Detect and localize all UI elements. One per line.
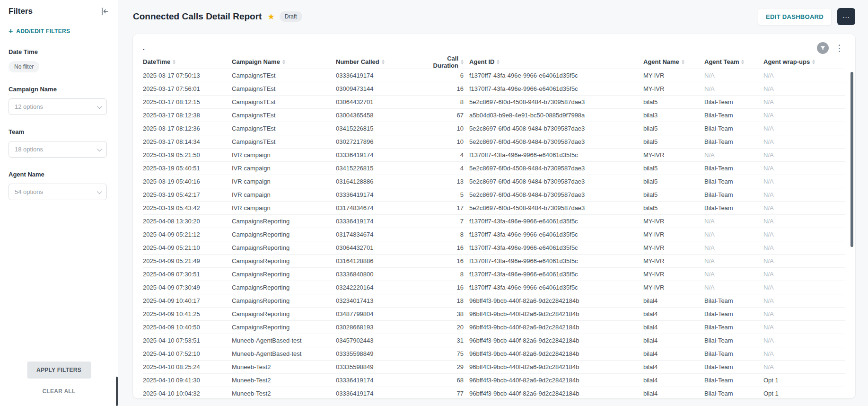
- widget-title: .: [143, 44, 145, 52]
- agent-name-select[interactable]: 54 options: [9, 184, 107, 200]
- table-cell: 03174834674: [336, 204, 423, 212]
- table-cell: 03336419174: [336, 377, 423, 384]
- table-row[interactable]: 2025-03-17 08:14:34CampaignsTEst03027217…: [143, 135, 845, 149]
- table-cell: bilal5: [643, 204, 704, 212]
- table-cell: 96bff4f3-9bcb-440f-82a6-9d2c2842184b: [469, 337, 643, 344]
- clear-all-button[interactable]: CLEAR ALL: [42, 388, 75, 395]
- table-cell: 03234017413: [336, 297, 423, 304]
- filter-label: Agent Name: [9, 171, 109, 178]
- widget-filter-icon[interactable]: [817, 42, 829, 54]
- sort-icon[interactable]: [382, 60, 385, 64]
- more-options-button[interactable]: ...: [837, 8, 855, 25]
- table-cell: Bilal-Team: [704, 363, 763, 371]
- table-row[interactable]: 2025-04-09 10:40:50CampaignsReporting030…: [143, 321, 845, 334]
- table-cell: Bilal-Team: [704, 204, 763, 212]
- table-row[interactable]: 2025-04-10 09:41:30Muneeb-Test2033364191…: [143, 374, 845, 387]
- table-cell: 16: [423, 244, 469, 251]
- table-cell: Muneeb-Test2: [232, 363, 336, 371]
- table-scrollbar[interactable]: [850, 65, 853, 392]
- sort-icon[interactable]: [497, 60, 500, 64]
- table-cell: bilal5: [643, 138, 704, 145]
- table-scrollbar-thumb[interactable]: [850, 72, 853, 247]
- table-row[interactable]: 2025-04-09 07:30:49CampaignsReporting032…: [143, 281, 845, 294]
- table-row[interactable]: 2025-03-19 05:40:16IVR campaign031641288…: [143, 175, 845, 188]
- table-row[interactable]: 2025-04-09 05:21:49CampaignsReporting031…: [143, 255, 845, 268]
- table-row[interactable]: 2025-03-17 08:12:38CampaignsTEst03004365…: [143, 109, 845, 122]
- table-cell: Bilal-Team: [704, 390, 763, 397]
- table-row[interactable]: 2025-03-17 07:50:13CampaignsTEst03336419…: [143, 69, 845, 82]
- table-cell: 96bff4f3-9bcb-440f-82a6-9d2c2842184b: [469, 363, 643, 371]
- table-row[interactable]: 2025-04-09 10:40:17CampaignsReporting032…: [143, 294, 845, 308]
- table-row[interactable]: 2025-04-09 05:21:10CampaignsReporting030…: [143, 241, 845, 255]
- table-row[interactable]: 2025-04-09 07:30:51CampaignsReporting033…: [143, 268, 845, 281]
- column-header-call-duration[interactable]: Call Duration: [423, 55, 469, 69]
- column-header-agent-id[interactable]: Agent ID: [469, 58, 643, 65]
- sort-icon[interactable]: [461, 60, 464, 64]
- table-row[interactable]: 2025-04-10 07:53:51Muneeb-AgentBased-tes…: [143, 334, 845, 347]
- column-header-datetime[interactable]: DateTime: [143, 58, 232, 65]
- collapse-sidebar-icon[interactable]: [101, 8, 109, 15]
- table-row[interactable]: 2025-03-19 05:40:51IVR campaign034152268…: [143, 162, 845, 175]
- table-row[interactable]: 2025-04-10 10:04:32Muneeb-Test2033364191…: [143, 387, 845, 398]
- table-cell: CampaignsReporting: [232, 231, 336, 238]
- add-edit-filters-button[interactable]: + ADD/EDIT FILTERS: [9, 27, 109, 35]
- sort-icon[interactable]: [741, 60, 744, 64]
- widget-kebab-menu-icon[interactable]: ⋮: [833, 44, 845, 53]
- sort-icon[interactable]: [812, 60, 815, 64]
- campaign-name-select[interactable]: 12 options: [9, 98, 107, 115]
- table-cell: N/A: [763, 310, 845, 318]
- table-row[interactable]: 2025-04-09 10:41:25CampaignsReporting034…: [143, 308, 845, 321]
- table-cell: 4: [423, 151, 469, 159]
- table-cell: N/A: [763, 72, 845, 79]
- table-cell: bilal4: [643, 363, 704, 371]
- page-title: Connected Calls Detail Report: [133, 11, 262, 22]
- table-cell: N/A: [763, 297, 845, 304]
- table-cell: 16: [423, 284, 469, 291]
- table-row[interactable]: 2025-03-17 08:12:15CampaignsTEst03064432…: [143, 96, 845, 109]
- table-cell: bilal5: [643, 178, 704, 185]
- table-cell: 96bff4f3-9bcb-440f-82a6-9d2c2842184b: [469, 324, 643, 331]
- column-header-number-called[interactable]: Number Called: [336, 58, 423, 65]
- table-row[interactable]: 2025-04-10 08:25:24Muneeb-Test2033355988…: [143, 361, 845, 374]
- table-cell: 5e2c8697-6f0d-4508-9484-b7309587dae3: [469, 178, 643, 185]
- table-row[interactable]: 2025-03-19 05:21:50IVR campaign033364191…: [143, 149, 845, 162]
- table-cell: N/A: [763, 138, 845, 145]
- table-cell: bilal3: [643, 112, 704, 119]
- table-cell: 31: [423, 337, 469, 344]
- apply-filters-button[interactable]: APPLY FILTERS: [27, 362, 91, 379]
- star-icon[interactable]: ★: [267, 12, 274, 22]
- edit-dashboard-button[interactable]: EDIT DASHBOARD: [758, 8, 832, 26]
- table-cell: 2025-04-09 05:21:12: [143, 231, 232, 238]
- table-cell: Bilal-Team: [704, 310, 763, 318]
- table-row[interactable]: 2025-04-10 07:52:10Muneeb-AgentBased-tes…: [143, 347, 845, 361]
- table-cell: 96bff4f3-9bcb-440f-82a6-9d2c2842184b: [469, 310, 643, 318]
- sidebar-scrollbar[interactable]: [116, 377, 118, 406]
- table-cell: CampaignsTEst: [232, 85, 336, 92]
- sort-icon[interactable]: [173, 60, 175, 64]
- filter-section-campaign: Campaign Name 12 options: [9, 86, 109, 115]
- table-row[interactable]: 2025-03-19 05:43:42IVR campaign031748346…: [143, 202, 845, 215]
- table-cell: N/A: [704, 85, 763, 92]
- datetime-filter-chip[interactable]: No filter: [9, 61, 39, 72]
- table-cell: Bilal-Team: [704, 297, 763, 304]
- page-header: Connected Calls Detail Report ★ Draft ED…: [133, 7, 855, 26]
- table-cell: bilal5: [643, 125, 704, 132]
- column-header-campaign-name[interactable]: Campaign Name: [232, 58, 336, 65]
- table-cell: N/A: [763, 85, 845, 92]
- table-row[interactable]: 2025-03-19 05:42:17IVR campaign033364191…: [143, 188, 845, 202]
- column-header-agent-name[interactable]: Agent Name: [643, 58, 704, 65]
- table-cell: bilal5: [643, 191, 704, 198]
- table-row[interactable]: 2025-04-08 13:30:20CampaignsReporting033…: [143, 215, 845, 228]
- column-header-agent-team[interactable]: Agent Team: [704, 58, 763, 65]
- table-header-row: DateTime Campaign Name Number Called Cal…: [143, 55, 845, 69]
- table-cell: 2025-04-09 10:41:25: [143, 310, 232, 318]
- sort-icon[interactable]: [282, 60, 285, 64]
- column-header-agent-wrapups[interactable]: Agent wrap-ups: [763, 58, 845, 65]
- team-select[interactable]: 18 options: [9, 141, 107, 158]
- sort-icon[interactable]: [682, 60, 684, 64]
- table-row[interactable]: 2025-04-09 05:21:12CampaignsReporting031…: [143, 228, 845, 241]
- table-cell: bilal4: [643, 350, 704, 357]
- filter-section-team: Team 18 options: [9, 128, 109, 158]
- table-row[interactable]: 2025-03-17 07:56:01CampaignsTEst03009473…: [143, 82, 845, 96]
- table-row[interactable]: 2025-03-17 08:12:36CampaignsTEst03415226…: [143, 122, 845, 135]
